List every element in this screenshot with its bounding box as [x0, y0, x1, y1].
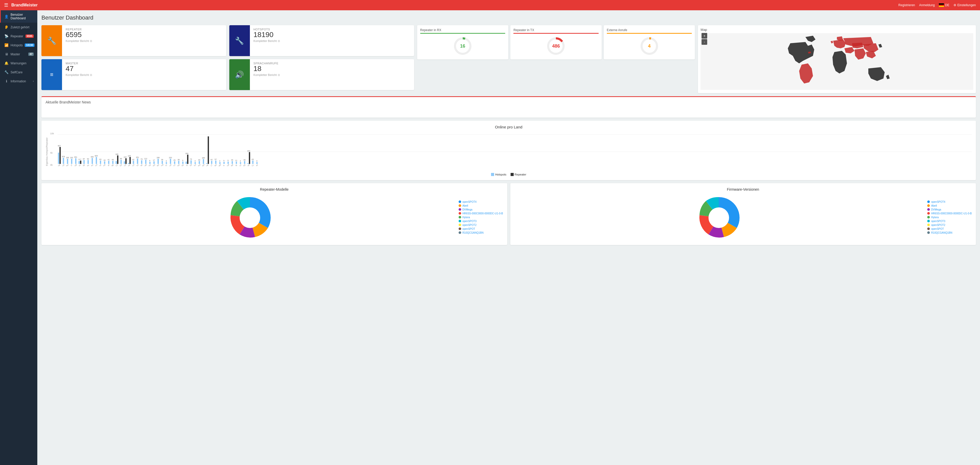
pie-legend-link[interactable]: openSPOT4: [931, 201, 945, 203]
pie-legend-link[interactable]: openSPOT3: [463, 220, 477, 223]
sprachanrufe-value: 18: [253, 65, 280, 73]
pie-legend-dot: [927, 228, 930, 230]
pie-legend-link[interactable]: openSPOT4: [463, 201, 477, 203]
pie-legend-item[interactable]: openSPOT: [927, 228, 972, 230]
monitor-icon: 🖥: [5, 52, 8, 56]
bar-group: 74TR: [189, 158, 193, 166]
sidebar-label: Warnungen: [11, 62, 27, 65]
sidebar-label: SelfCare: [11, 70, 23, 74]
bar-chart-scroll[interactable]: 10k 5k 0k 407DE978US196RU192IT301GB117PL…: [50, 132, 972, 171]
pie-firmware-content: openSPOT4AbellDVMegaHR6SS-000C0000-0000D…: [514, 194, 972, 241]
hotspot-bar: [116, 161, 117, 164]
register-link[interactable]: Registrieren: [899, 3, 915, 7]
pie-legend-dot: [927, 212, 930, 215]
pie-legend-link[interactable]: openSPOT: [931, 228, 944, 230]
pie-legend-item[interactable]: openSPOT3: [927, 220, 972, 223]
pie-legend-link[interactable]: openSPOT: [463, 228, 475, 230]
pie-section: Repeater-Modelle openSPOT4AbellD: [41, 183, 976, 245]
bar-label: AT: [99, 164, 102, 166]
pie-legend-item[interactable]: DVMega: [458, 208, 503, 211]
login-link[interactable]: Anmeldung: [919, 3, 935, 7]
master-stat-icon: ≡: [41, 59, 62, 90]
pie-legend-item[interactable]: Hytera: [458, 216, 503, 219]
pie-legend-item[interactable]: Abell: [458, 204, 503, 207]
stat-cards: 🔧 REPEATER 6595 Kompletter Bericht ⊙ 🔧 H…: [41, 25, 414, 90]
pie-legend-link[interactable]: Abell: [463, 204, 468, 207]
sidebar-item-information[interactable]: ℹ Information ›: [0, 77, 37, 86]
pie-legend-item[interactable]: HR6SS-000C0000-0000DC-U1-0-B: [927, 212, 972, 215]
repeater-legend-label: Repeater: [515, 173, 526, 176]
pie-legend-link[interactable]: openSPOT2: [463, 224, 477, 226]
sidebar-label: Hotspots: [11, 43, 23, 47]
pie-legend-dot: [458, 224, 461, 226]
hotspot-legend-label: Hotspots: [495, 173, 506, 176]
language-flag[interactable]: DE: [939, 3, 950, 7]
settings-link[interactable]: ⚙ Einstellungen: [953, 3, 976, 7]
pie-legend-link[interactable]: R10QCGANQ1BN: [931, 231, 952, 234]
pie-legend-item[interactable]: openSPOT2: [458, 224, 503, 226]
donut-rx-value: 16: [460, 43, 465, 49]
pie-legend-dot: [927, 224, 930, 226]
repeater-bar: [117, 155, 118, 164]
bar-group: 196RU: [65, 157, 69, 166]
repeater-link[interactable]: Kompletter Bericht ⊙: [65, 39, 92, 43]
pie-legend-item[interactable]: R10QCGANQ1BN: [458, 231, 503, 234]
sidebar-item-selfcare[interactable]: 🔧 SelfCare: [0, 68, 37, 77]
pie-legend-link[interactable]: R10QCGANQ1BN: [463, 231, 484, 234]
pie-legend-item[interactable]: HR6SS-000C0000-0000DC-U1-0-B: [458, 212, 503, 215]
pie-legend-item[interactable]: R10QCGANQ1BN: [927, 231, 972, 234]
zoom-in-button[interactable]: +: [702, 33, 707, 38]
pie-legend-item[interactable]: DVMega: [927, 208, 972, 211]
pie-legend-item[interactable]: openSPOT4: [458, 201, 503, 203]
pie-legend-link[interactable]: HR6SS-000C0000-0000DC-U1-0-B: [931, 212, 972, 215]
hotspots-link[interactable]: Kompletter Bericht ⊙: [253, 39, 280, 43]
hotspot-bar: [137, 159, 138, 164]
map-card: Map + -: [698, 25, 976, 93]
bar-group: 825CH: [94, 155, 98, 167]
bar-group: 132CN: [123, 156, 127, 166]
hotspot-legend-box: [491, 173, 494, 176]
sidebar-item-warnungen[interactable]: 🔔 Warnungen: [0, 59, 37, 68]
pie-legend-item[interactable]: openSPOT: [458, 228, 503, 230]
grid-line-top: [57, 134, 972, 135]
sidebar-item-master[interactable]: 🖥 Master 47: [0, 50, 37, 59]
sidebar-item-hotspots[interactable]: 📶 Hotspots 18190: [0, 41, 37, 50]
hamburger-icon[interactable]: ☰: [4, 2, 8, 8]
bar-group: 112HR: [144, 158, 148, 167]
sidebar-item-repeater[interactable]: 📡 Repeater 6595: [0, 32, 37, 41]
donut-row: Repeater in RX 16 Repeater in TX: [417, 25, 695, 59]
pie-legend-link[interactable]: HR6SS-000C0000-0000DC-U1-0-B: [463, 212, 503, 215]
bar-label: GB: [74, 164, 77, 166]
sidebar-item-zuletzt-gehoert[interactable]: 👂 Zuletzt gehört: [0, 23, 37, 32]
pie-legend-item[interactable]: openSPOT3: [458, 220, 503, 223]
bar-label: AU: [91, 164, 94, 166]
pie-legend-item[interactable]: openSPOT4: [927, 201, 972, 203]
pie-legend-link[interactable]: openSPOT3: [931, 220, 945, 223]
sidebar-item-benutzer-dashboard[interactable]: 👤 Benutzer Dashboard: [0, 10, 37, 23]
bar-group: 192IT: [70, 157, 73, 166]
bar-group: 541HK: [205, 136, 209, 166]
zoom-out-button[interactable]: -: [702, 39, 707, 45]
pie-legend-link[interactable]: DVMega: [931, 208, 941, 211]
master-link[interactable]: Kompletter Bericht ⊙: [65, 73, 92, 77]
bar-label: ZA: [136, 164, 139, 166]
pie-legend-item[interactable]: Hytera: [927, 216, 972, 219]
hotspot-bar: [232, 161, 233, 164]
pie-repeater-chart: [46, 194, 455, 241]
bar-label: SE: [82, 164, 86, 166]
pie-legend-link[interactable]: DVMega: [463, 208, 473, 211]
sprachanrufe-link[interactable]: Kompletter Bericht ⊙: [253, 73, 280, 77]
pie-legend-item[interactable]: openSPOT2: [927, 224, 972, 226]
pie-legend-link[interactable]: openSPOT2: [931, 224, 945, 226]
pie-legend-item[interactable]: Abell: [927, 204, 972, 207]
pie-legend-link[interactable]: Hytera: [931, 216, 939, 219]
hotspot-bar: [128, 163, 129, 164]
news-title: Aktuelle BrandMeister News: [46, 100, 972, 104]
pie-legend-link[interactable]: Abell: [931, 204, 937, 207]
hotspot-bar: [100, 161, 101, 164]
antenna-icon: 📡: [5, 34, 8, 38]
bar-group: 407DE: [57, 145, 61, 166]
hotspot-bar: [63, 158, 64, 164]
bar-label: DE: [58, 164, 61, 166]
pie-legend-link[interactable]: Hytera: [463, 216, 470, 219]
